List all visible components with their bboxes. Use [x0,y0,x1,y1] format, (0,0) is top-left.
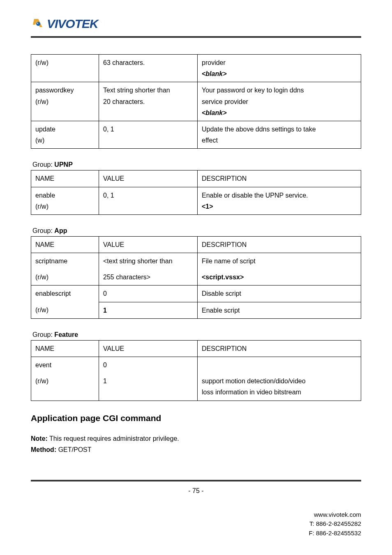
value-line: Text string shorter than [103,87,170,94]
header-name: NAME [31,236,99,253]
group-prefix: Group: [32,227,54,234]
desc-default: <blank> [202,109,226,116]
method-label: Method: [31,446,56,453]
cell-desc: <script.vssx> [198,269,361,286]
header-name: NAME [31,340,99,357]
desc-line: effect [202,137,218,144]
cell-desc: Disable script [198,286,361,302]
footer-info: www.vivotek.com T: 886-2-82455282 F: 886… [31,510,361,538]
desc-line: Enable or disable the UPNP service. [202,192,308,199]
cell-name: enablescript [31,286,99,302]
group-name: UPNP [54,161,72,168]
table-row: (r/w) 255 characters> <script.vssx> [31,269,361,286]
name-line: (w) [35,137,44,144]
cell-desc: Enable script [198,302,361,318]
header-value: VALUE [99,236,198,253]
group-label-feature: Group: Feature [32,331,361,339]
table-header-row: NAME VALUE DESCRIPTION [31,340,361,357]
group-prefix: Group: [32,161,54,168]
cell-value: Text string shorter than 20 characters. [99,82,198,121]
cell-desc: File name of script [198,253,361,269]
desc-line: service provider [202,98,248,105]
cell-name: (r/w) [31,373,99,401]
cell-value: 0, 1 [99,121,198,148]
logo: VIVOTEK [31,16,98,31]
cell-desc: support motion detection/dido/video loss… [198,373,361,401]
desc-default: <1> [202,203,213,210]
table-row: enablescript 0 Disable script [31,286,361,302]
value-bold: 1 [103,307,107,314]
table-upnp: NAME VALUE DESCRIPTION enable (r/w) 0, 1… [31,170,361,215]
cell-value: 1 [99,373,198,401]
name-line: passwordkey [35,87,74,94]
section-heading: Application page CGI command [31,413,361,423]
header-value: VALUE [99,170,198,187]
desc-line: provider [202,59,226,66]
cell-desc [198,357,361,373]
table-row: scriptname <text string shorter than Fil… [31,253,361,269]
vivotek-logo-icon [31,16,46,31]
cell-value: 0 [99,357,198,373]
table-row: update (w) 0, 1 Update the above ddns se… [31,121,361,148]
logo-header: VIVOTEK [31,16,361,36]
group-label-upnp: Group: UPNP [32,161,361,168]
table-row: passwordkey (r/w) Text string shorter th… [31,82,361,121]
cell-value: <text string shorter than [99,253,198,269]
table-row: event 0 [31,357,361,373]
name-line: (r/w) [35,203,48,210]
desc-line: loss information in video bitstream [202,389,301,396]
name-line: (r/w) [35,98,48,105]
header-desc: DESCRIPTION [198,340,361,357]
svg-point-1 [37,23,38,24]
header-name: NAME [31,170,99,187]
table-feature: NAME VALUE DESCRIPTION event 0 (r/w) 1 s… [31,340,361,401]
logo-text: VIVOTEK [47,17,98,31]
desc-line: Update the above ddns settings to take [202,126,316,133]
svg-point-0 [36,22,40,26]
note-block: Note: This request requires administrato… [31,433,361,455]
header-desc: DESCRIPTION [198,170,361,187]
cell-name: (r/w) [31,55,99,82]
cell-desc: Your password or key to login ddns servi… [198,82,361,121]
table-row: enable (r/w) 0, 1 Enable or disable the … [31,187,361,214]
cell-value: 255 characters> [99,269,198,286]
cell-value: 1 [99,302,198,318]
header-value: VALUE [99,340,198,357]
page-number: - 75 - [31,487,361,495]
table-header-row: NAME VALUE DESCRIPTION [31,236,361,253]
table-header-row: NAME VALUE DESCRIPTION [31,170,361,187]
desc-default: <blank> [202,70,226,77]
cell-name: (r/w) [31,302,99,318]
desc-line: Your password or key to login ddns [202,87,304,94]
header-divider [31,36,361,38]
cell-name: enable (r/w) [31,187,99,214]
cell-value: 0 [99,286,198,302]
name-line: update [35,126,55,133]
cell-desc: provider <blank> [198,55,361,82]
footer-divider [31,480,361,481]
footer-url: www.vivotek.com [31,510,361,520]
cell-value: 0, 1 [99,187,198,214]
cell-name: update (w) [31,121,99,148]
header-desc: DESCRIPTION [198,236,361,253]
cell-desc: Update the above ddns settings to take e… [198,121,361,148]
name-line: enable [35,192,55,199]
group-name: Feature [54,331,78,338]
cell-name: scriptname [31,253,99,269]
cell-desc: Enable or disable the UPNP service. <1> [198,187,361,214]
table-row: (r/w) 1 support motion detection/dido/vi… [31,373,361,401]
cell-name: event [31,357,99,373]
value-line: 20 characters. [103,98,145,105]
footer-fax: F: 886-2-82455532 [31,529,361,538]
cell-value: 63 characters. [99,55,198,82]
method-text: GET/POST [56,446,91,453]
group-prefix: Group: [32,331,54,338]
desc-default: <script.vssx> [202,274,244,281]
note-text: This request requires administrator priv… [48,435,179,442]
table-row: (r/w) 1 Enable script [31,302,361,318]
cell-name: (r/w) [31,269,99,286]
desc-line: support motion detection/dido/video [202,378,306,385]
note-label: Note: [31,435,48,442]
footer-tel: T: 886-2-82455282 [31,519,361,529]
table-row: (r/w) 63 characters. provider <blank> [31,55,361,82]
